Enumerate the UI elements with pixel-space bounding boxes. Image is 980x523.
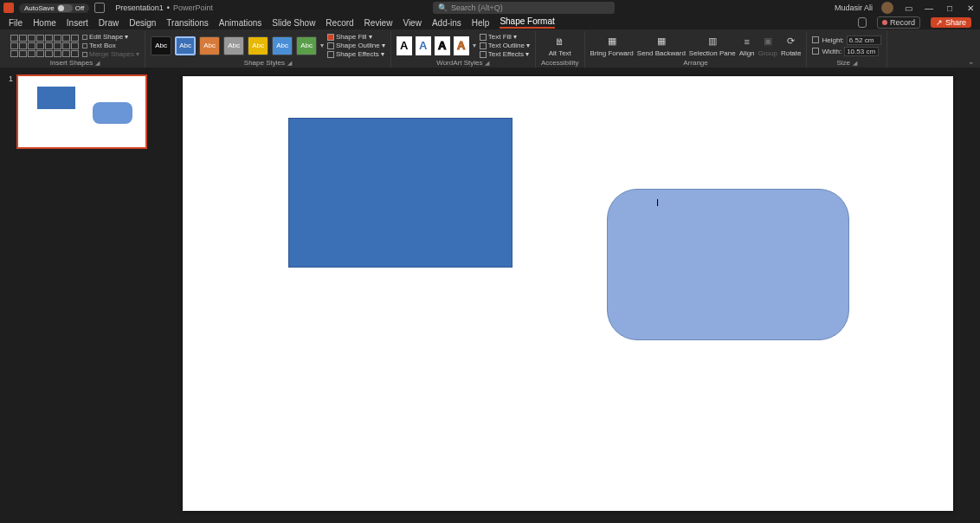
autosave-toggle[interactable]: AutoSave Off <box>19 3 89 13</box>
align-button[interactable]: ≡Align <box>739 35 755 57</box>
merge-shapes-button[interactable]: Merge Shapes▾ <box>82 50 139 58</box>
dialog-launcher-icon[interactable]: ◢ <box>287 60 292 67</box>
tab-transitions[interactable]: Transitions <box>166 18 209 28</box>
width-input[interactable]: 10.53 cm <box>844 47 879 56</box>
dialog-launcher-icon[interactable]: ◢ <box>485 60 489 67</box>
text-box-icon <box>82 43 87 48</box>
bring-forward-button[interactable]: ▦Bring Forward <box>590 35 634 57</box>
slide[interactable]: I <box>183 76 953 511</box>
maximize-button[interactable]: □ <box>944 2 956 14</box>
rectangle-shape[interactable] <box>288 118 513 268</box>
alt-text-button[interactable]: 🗎Alt Text <box>549 35 571 57</box>
wordart-swatch-3[interactable]: A <box>435 36 450 55</box>
style-swatch-3[interactable]: Abc <box>199 36 220 55</box>
dialog-launcher-icon[interactable]: ◢ <box>95 60 100 67</box>
group-icon: ▣ <box>760 35 776 48</box>
selection-pane-icon: ▥ <box>705 35 720 48</box>
group-arrange: ▦Bring Forward ▦Send Backward ▥Selection… <box>585 31 808 68</box>
dialog-launcher-icon[interactable]: ◢ <box>853 60 857 67</box>
user-name[interactable]: Mudasir Ali <box>835 3 873 12</box>
search-icon: 🔍 <box>438 3 448 12</box>
text-outline-icon <box>480 42 487 49</box>
group-label-accessibility: Accessibility <box>541 59 579 67</box>
text-effects-button[interactable]: Text Effects▾ <box>480 50 530 58</box>
tab-home[interactable]: Home <box>33 18 56 28</box>
style-swatch-5[interactable]: Abc <box>248 36 268 55</box>
share-button[interactable]: ↗Share <box>931 17 971 28</box>
save-icon[interactable] <box>94 3 105 13</box>
style-swatch-4[interactable]: Abc <box>223 36 244 55</box>
tab-shape-format[interactable]: Shape Format <box>500 16 554 29</box>
height-icon <box>812 36 819 43</box>
edit-shape-icon <box>82 35 87 40</box>
style-swatch-2[interactable]: Abc <box>175 36 196 55</box>
minimize-button[interactable]: — <box>923 2 935 14</box>
mic-icon[interactable] <box>858 17 867 28</box>
wordart-swatch-2[interactable]: A <box>416 36 431 55</box>
wordart-swatch-1[interactable]: A <box>397 36 412 55</box>
send-backward-icon: ▦ <box>654 35 669 48</box>
group-size: Height:6.52 cm Width:10.53 cm Size◢ <box>807 31 887 68</box>
style-gallery-more-icon[interactable]: ▾ <box>320 42 324 49</box>
ribbon-mode-icon[interactable]: ▭ <box>902 2 914 14</box>
edit-shape-button[interactable]: Edit Shape▾ <box>82 33 139 41</box>
workspace: 1 I <box>0 68 980 520</box>
slide-canvas-area[interactable]: I <box>156 68 980 520</box>
rotate-button[interactable]: ⟳Rotate <box>781 35 802 57</box>
toggle-icon <box>57 4 73 12</box>
thumbnail-panel[interactable]: 1 <box>0 68 156 520</box>
align-icon: ≡ <box>739 35 755 48</box>
group-insert-shapes: Edit Shape▾ Text Box Merge Shapes▾ Inser… <box>5 31 145 68</box>
wordart-gallery-more-icon[interactable]: ▾ <box>473 42 476 49</box>
close-button[interactable]: ✕ <box>964 2 977 14</box>
rounded-rectangle-shape[interactable] <box>607 189 849 340</box>
autosave-state: Off <box>75 4 85 12</box>
shape-outline-button[interactable]: Shape Outline▾ <box>327 42 385 49</box>
tab-help[interactable]: Help <box>472 18 490 28</box>
style-swatch-7[interactable]: Abc <box>296 36 317 55</box>
record-dot-icon <box>882 20 887 25</box>
text-outline-button[interactable]: Text Outline▾ <box>480 42 530 49</box>
tab-slideshow[interactable]: Slide Show <box>272 18 315 28</box>
tab-draw[interactable]: Draw <box>99 18 119 28</box>
shape-fill-button[interactable]: Shape Fill▾ <box>327 33 385 41</box>
text-box-button[interactable]: Text Box <box>82 42 139 49</box>
document-name: Presentation1 <box>115 3 164 12</box>
tab-insert[interactable]: Insert <box>67 18 88 28</box>
wordart-swatch-4[interactable]: A <box>454 36 469 55</box>
tab-animations[interactable]: Animations <box>219 18 261 28</box>
outline-icon <box>327 42 334 49</box>
height-input[interactable]: 6.52 cm <box>847 36 881 45</box>
tab-design[interactable]: Design <box>129 18 156 28</box>
tab-addins[interactable]: Add-ins <box>432 18 461 28</box>
status-bar <box>0 520 980 523</box>
search-input[interactable]: 🔍 Search (Alt+Q) <box>433 2 615 14</box>
style-swatch-6[interactable]: Abc <box>272 36 293 55</box>
group-wordart-styles: A A A A ▾ Text Fill▾ Text Outline▾ Text … <box>391 31 536 68</box>
group-label-arrange: Arrange <box>683 59 707 67</box>
text-effects-icon <box>480 51 487 58</box>
shape-effects-button[interactable]: Shape Effects▾ <box>327 50 385 58</box>
tab-review[interactable]: Review <box>364 18 393 28</box>
group-button[interactable]: ▣Group <box>758 35 777 57</box>
send-backward-button[interactable]: ▦Send Backward <box>637 35 686 57</box>
slide-thumbnail-1[interactable]: 1 <box>9 74 147 149</box>
shape-gallery[interactable] <box>10 35 79 57</box>
group-label-size: Size <box>836 59 850 67</box>
thumbnail-number: 1 <box>9 74 13 149</box>
style-swatch-1[interactable]: Abc <box>151 36 171 55</box>
fill-icon <box>327 34 334 41</box>
cursor-icon: I <box>656 197 659 208</box>
text-fill-button[interactable]: Text Fill▾ <box>480 33 530 41</box>
tab-view[interactable]: View <box>403 18 422 28</box>
tab-file[interactable]: File <box>9 18 23 28</box>
collapse-ribbon-icon[interactable]: ⌄ <box>968 57 975 66</box>
title-bar: AutoSave Off Presentation1 • PowerPoint … <box>0 0 980 16</box>
selection-pane-button[interactable]: ▥Selection Pane <box>689 35 736 57</box>
avatar[interactable] <box>881 2 893 14</box>
search-placeholder: Search (Alt+Q) <box>451 3 503 12</box>
record-button[interactable]: Record <box>877 16 920 29</box>
tab-record[interactable]: Record <box>326 18 353 28</box>
group-label-insert-shapes: Insert Shapes <box>50 59 93 67</box>
rotate-icon: ⟳ <box>783 35 799 48</box>
